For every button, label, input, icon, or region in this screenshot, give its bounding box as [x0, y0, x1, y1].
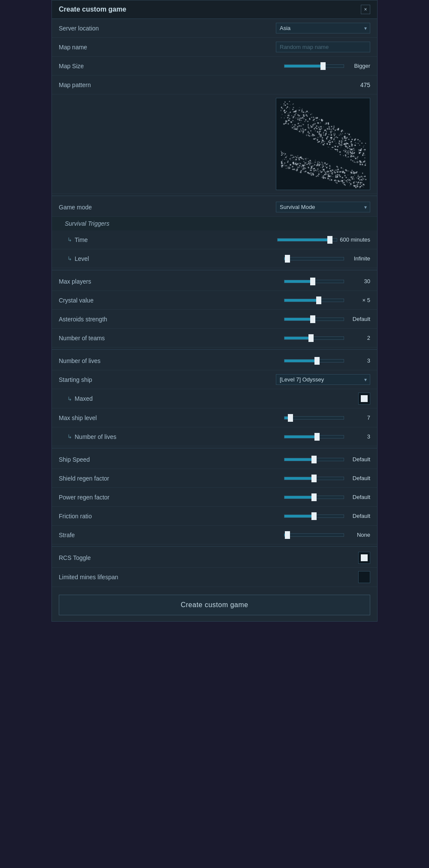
- level-arrow-label: ↳ Level: [59, 255, 256, 262]
- number-of-lives-control: 3: [256, 357, 370, 364]
- rcs-toggle-label: RCS Toggle: [59, 554, 256, 561]
- rcs-toggle-row: RCS Toggle: [52, 548, 377, 568]
- map-name-input[interactable]: [276, 42, 370, 52]
- game-mode-select-wrapper: Survival Mode Deathmatch Team Deathmatch…: [276, 202, 370, 212]
- crystal-value-slider-container: × 5: [284, 297, 370, 303]
- map-preview-row: [52, 94, 377, 194]
- time-text: Time: [75, 236, 88, 243]
- maxed-checkbox[interactable]: [358, 393, 370, 405]
- server-location-control: Asia Europe US East US West: [256, 23, 370, 33]
- server-location-row: Server location Asia Europe US East US W…: [52, 19, 377, 38]
- max-ship-lives-slider[interactable]: [284, 435, 344, 439]
- crystal-value-label: Crystal value: [59, 297, 256, 304]
- maxed-control: [256, 393, 370, 405]
- level-arrow-icon: ↳: [67, 255, 72, 262]
- time-label: ↳ Time: [59, 236, 256, 243]
- ship-speed-slider[interactable]: [284, 458, 344, 461]
- lives-slider[interactable]: [284, 359, 344, 363]
- level-slider-container: Infinite: [284, 255, 370, 262]
- level-label: ↳ Level: [59, 255, 256, 262]
- ship-speed-control: Default: [256, 456, 370, 463]
- strafe-slider[interactable]: [284, 533, 344, 537]
- number-of-teams-label: Number of teams: [59, 335, 256, 342]
- starting-ship-select[interactable]: [Level 1] Scout [Level 3] Fighter [Level…: [276, 374, 370, 385]
- title-bar: Create custom game ×: [52, 0, 377, 19]
- survival-triggers-header: Survival Triggers: [52, 217, 377, 230]
- map-size-value: Bigger: [347, 63, 370, 69]
- bottom-button-row: Create custom game: [52, 587, 377, 621]
- asteroids-strength-row: Asteroids strength Default: [52, 310, 377, 329]
- strafe-label: Strafe: [59, 532, 256, 538]
- map-pattern-label: Map pattern: [59, 82, 256, 88]
- strafe-control: None: [256, 532, 370, 538]
- ship-speed-value: Default: [347, 456, 370, 463]
- max-players-slider-container: 30: [284, 278, 370, 284]
- asteroids-strength-label: Asteroids strength: [59, 316, 256, 323]
- lives-value: 3: [347, 357, 370, 364]
- limited-mines-control: [256, 571, 370, 583]
- map-size-row: Map Size Bigger: [52, 57, 377, 76]
- survival-triggers-label: Survival Triggers: [65, 220, 109, 227]
- starting-ship-control: [Level 1] Scout [Level 3] Fighter [Level…: [256, 374, 370, 385]
- friction-ratio-control: Default: [256, 513, 370, 519]
- power-regen-label: Power regen factor: [59, 494, 256, 501]
- game-mode-control: Survival Mode Deathmatch Team Deathmatch…: [256, 202, 370, 212]
- limited-mines-checkbox[interactable]: [358, 571, 370, 583]
- max-ship-level-control: 7: [256, 414, 370, 421]
- maxed-arrow-label: ↳ Maxed: [59, 395, 256, 402]
- game-mode-select[interactable]: Survival Mode Deathmatch Team Deathmatch…: [276, 202, 370, 212]
- close-button[interactable]: ×: [361, 5, 370, 14]
- friction-ratio-row: Friction ratio Default: [52, 507, 377, 526]
- shield-regen-control: Default: [256, 475, 370, 481]
- power-regen-control: Default: [256, 494, 370, 500]
- create-custom-game-button[interactable]: Create custom game: [59, 595, 370, 615]
- divider-2: [52, 270, 377, 270]
- max-ship-value: 7: [347, 414, 370, 421]
- level-value: Infinite: [347, 255, 370, 262]
- asteroids-slider-container: Default: [284, 316, 370, 322]
- map-preview: [276, 98, 370, 190]
- starting-ship-row: Starting ship [Level 1] Scout [Level 3] …: [52, 370, 377, 389]
- max-ship-slider[interactable]: [284, 416, 344, 420]
- max-ship-lives-arrow-icon: ↳: [67, 433, 72, 440]
- ship-speed-label: Ship Speed: [59, 456, 256, 463]
- level-text: Level: [75, 255, 89, 262]
- strafe-value: None: [347, 532, 370, 538]
- max-ship-lives-control: 3: [256, 433, 370, 440]
- teams-slider[interactable]: [284, 336, 344, 340]
- dialog-title: Create custom game: [59, 6, 126, 13]
- map-name-row: Map name: [52, 38, 377, 57]
- shield-regen-value: Default: [347, 475, 370, 481]
- max-ship-lives-text: Number of lives: [75, 433, 116, 440]
- asteroids-slider[interactable]: [284, 318, 344, 321]
- power-regen-slider[interactable]: [284, 496, 344, 499]
- maxed-arrow-icon: ↳: [67, 396, 72, 402]
- rcs-toggle-checkbox[interactable]: [358, 552, 370, 564]
- friction-slider-container: Default: [284, 513, 370, 519]
- max-players-value: 30: [347, 278, 370, 284]
- power-regen-row: Power regen factor Default: [52, 488, 377, 507]
- shield-regen-slider[interactable]: [284, 477, 344, 480]
- time-arrow-icon: ↳: [67, 236, 72, 243]
- teams-value: 2: [347, 335, 370, 341]
- map-size-slider-container: Bigger: [284, 63, 370, 69]
- map-pattern-control: 475: [256, 82, 370, 88]
- dialog-content: Server location Asia Europe US East US W…: [52, 19, 377, 621]
- game-mode-row: Game mode Survival Mode Deathmatch Team …: [52, 198, 377, 217]
- friction-slider[interactable]: [284, 514, 344, 518]
- teams-slider-container: 2: [284, 335, 370, 341]
- asteroids-strength-control: Default: [256, 316, 370, 322]
- time-slider[interactable]: [277, 238, 337, 242]
- divider-4: [52, 448, 377, 448]
- crystal-value-slider[interactable]: [284, 299, 344, 302]
- max-players-slider[interactable]: [284, 280, 344, 283]
- friction-value: Default: [347, 513, 370, 519]
- max-ship-lives-row: ↳ Number of lives 3: [52, 427, 377, 446]
- lives-slider-container: 3: [284, 357, 370, 364]
- ship-speed-slider-container: Default: [284, 456, 370, 463]
- map-name-label: Map name: [59, 44, 256, 51]
- time-arrow-label: ↳ Time: [59, 236, 256, 243]
- map-size-slider[interactable]: [284, 64, 344, 68]
- level-slider[interactable]: [284, 257, 344, 260]
- server-location-select[interactable]: Asia Europe US East US West: [276, 23, 370, 33]
